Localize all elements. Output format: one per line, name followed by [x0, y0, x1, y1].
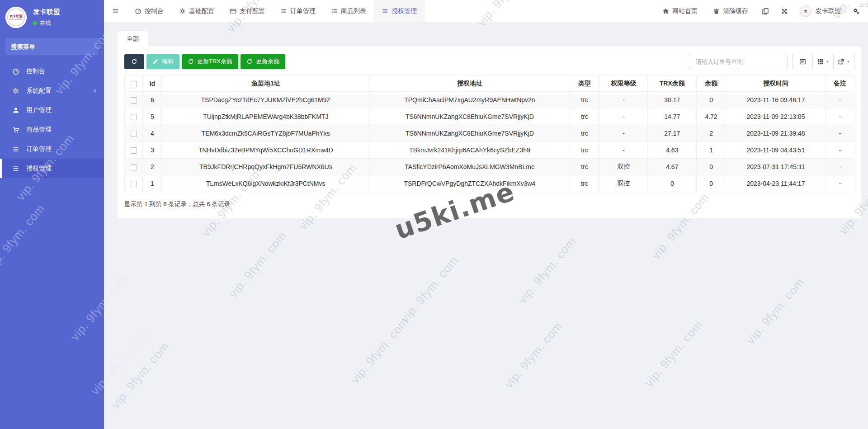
topnav-payment-config[interactable]: 支付配置: [222, 0, 273, 22]
select-all-checkbox[interactable]: [131, 81, 137, 87]
cell-balance: 1: [697, 142, 726, 159]
cell-auth-time: 2023-11-09 22:13:05: [726, 108, 826, 125]
cell-id: 6: [143, 92, 162, 108]
cell-permission-level: -: [599, 92, 648, 108]
grid-icon: [817, 58, 824, 65]
sidebar-item-order-management[interactable]: 订单管理: [0, 139, 104, 159]
home-icon: [662, 8, 669, 14]
trash-icon: [713, 8, 720, 14]
row-checkbox[interactable]: [131, 97, 137, 104]
table-tools-group: [792, 54, 854, 69]
topnav-label: 基础配置: [189, 7, 214, 15]
pencil-icon: [152, 58, 159, 65]
table-row[interactable]: 4TEM6x3dcmZk5CAiRGsTYZ8jbF7MUaPhYxsTS6NN…: [125, 125, 854, 142]
cell-permission-level: 双控: [599, 159, 648, 175]
row-checkbox[interactable]: [131, 164, 137, 170]
topnav-label: 订单管理: [290, 7, 316, 15]
gear-icon: [12, 87, 19, 94]
topnav-dashboard[interactable]: 控制台: [127, 0, 171, 22]
online-status: 在线: [33, 19, 60, 27]
row-checkbox[interactable]: [131, 147, 137, 154]
row-checkbox[interactable]: [131, 181, 137, 187]
cell-type: trc: [570, 175, 599, 192]
sidebar-item-auth-management[interactable]: 授权管理: [0, 159, 104, 178]
site-home-button[interactable]: 网站首页: [655, 0, 705, 22]
cell-type: trc: [570, 142, 599, 159]
refresh-icon: [188, 58, 194, 65]
expand-icon: [781, 8, 788, 15]
edit-button[interactable]: 编辑: [146, 54, 179, 69]
cell-auth-address: TS6NNmnUKZahgXC8EhiuKGme7SVRjjyKjD: [370, 108, 570, 125]
corner-badge: 正版: [859, 0, 868, 9]
col-auth-time: 授权时间: [726, 76, 826, 92]
app-root: 发卡联盟 FAKALIANMENG 发卡联盟 在线 控制台 系统配: [0, 0, 868, 429]
account-menu[interactable]: 发 发卡联盟: [794, 0, 847, 22]
columns-button[interactable]: [813, 54, 834, 69]
cell-seed-address: TB9JkFDRrjCHRpqQyxFkHgm7FU5RWNX6Us: [162, 159, 370, 175]
cell-permission-level: -: [599, 108, 648, 125]
caret-down-icon: [846, 60, 850, 64]
list-icon: [382, 8, 388, 14]
brand: 发卡联盟 FAKALIANMENG 发卡联盟 在线: [0, 0, 104, 34]
topnav-product-list[interactable]: 商品列表: [323, 0, 374, 22]
table-row[interactable]: 3TNHvDdbiz32eBPMYqWi5XCChoGD1RXmw4DTBkmJ…: [125, 142, 854, 159]
row-checkbox[interactable]: [131, 131, 137, 137]
col-balance: 余额: [697, 76, 726, 92]
update-balance-button[interactable]: 更新余额: [241, 54, 285, 69]
table-row[interactable]: 1TLrnsWeLxKQ6igXNowkzkiKfJr3PCtNMvsTSRDF…: [125, 175, 854, 192]
refresh-icon: [246, 58, 253, 65]
clear-cache-label: 清除缓存: [723, 7, 748, 15]
topnav-label: 商品列表: [341, 7, 366, 15]
row-select-cell: [125, 92, 143, 108]
gauge-icon: [12, 68, 19, 75]
cell-balance: 0: [697, 92, 726, 108]
search-icon[interactable]: [93, 43, 93, 50]
cell-permission-level: -: [599, 125, 648, 142]
row-checkbox[interactable]: [131, 114, 137, 120]
row-select-cell: [125, 175, 143, 192]
topnav-auth-management[interactable]: 授权管理: [374, 0, 425, 22]
copy-button[interactable]: [756, 0, 775, 22]
fullscreen-button[interactable]: [775, 0, 794, 22]
brand-title: 发卡联盟: [33, 8, 60, 16]
caret-down-icon: [826, 60, 830, 64]
cell-trx-balance: 4.67: [648, 159, 697, 175]
cell-note: -: [826, 125, 854, 142]
col-seed-address: 鱼苗地1址: [162, 76, 370, 92]
list-ul-icon: [331, 8, 338, 14]
cell-balance: 4.72: [697, 108, 726, 125]
topbar-right: 网站首页 清除缓存 发 发卡联盟: [655, 0, 868, 22]
sidebar-search-input[interactable]: [11, 43, 93, 50]
cell-note: -: [826, 159, 854, 175]
table-row[interactable]: 5TUijnpZtkMjRLAPEMEWArg4bK38bbFKMTJTS6NN…: [125, 108, 854, 125]
sidebar-toggle-button[interactable]: [104, 0, 127, 22]
clear-cache-button[interactable]: 清除缓存: [705, 0, 756, 22]
col-type: 类型: [570, 76, 599, 92]
sidebar-item-dashboard[interactable]: 控制台: [0, 61, 104, 81]
toggle-view-button[interactable]: [792, 54, 813, 69]
sidebar-item-user-management[interactable]: 用户管理: [0, 100, 104, 120]
topnav-base-config[interactable]: 基础配置: [171, 0, 222, 22]
cell-trx-balance: 30.17: [648, 92, 697, 108]
table-row[interactable]: 6TSPDacgZYezTdEc7YJUKMZiVE2hCg61M9ZTPQmi…: [125, 92, 854, 108]
refresh-button[interactable]: [124, 54, 144, 69]
tabbar: 全部: [118, 31, 861, 47]
cell-permission-level: -: [599, 142, 648, 159]
cell-trx-balance: 27.17: [648, 125, 697, 142]
sidebar-item-system-config[interactable]: 系统配置: [0, 81, 104, 100]
copy-icon: [762, 8, 769, 15]
gauge-icon: [135, 8, 142, 14]
col-trx-balance: TRX余额: [648, 76, 697, 92]
online-status-label: 在线: [40, 19, 51, 27]
topnav-order-management[interactable]: 订单管理: [273, 0, 323, 22]
update-trx-balance-button[interactable]: 更新TRX余额: [182, 54, 238, 69]
export-button[interactable]: [834, 54, 854, 69]
cell-seed-address: TSPDacgZYezTdEc7YJUKMZiVE2hCg61M9Z: [162, 92, 370, 108]
sidebar-item-product-management[interactable]: 商品管理: [0, 120, 104, 139]
order-search-input[interactable]: [690, 54, 788, 69]
sidebar-item-label: 用户管理: [26, 106, 52, 114]
col-permission-level: 权限等级: [599, 76, 648, 92]
table-row[interactable]: 2TB9JkFDRrjCHRpqQyxFkHgm7FU5RWNX6UsTASfi…: [125, 159, 854, 175]
tab-all[interactable]: 全部: [118, 31, 148, 47]
cell-auth-time: 2023-11-09 04:43:51: [726, 142, 826, 159]
